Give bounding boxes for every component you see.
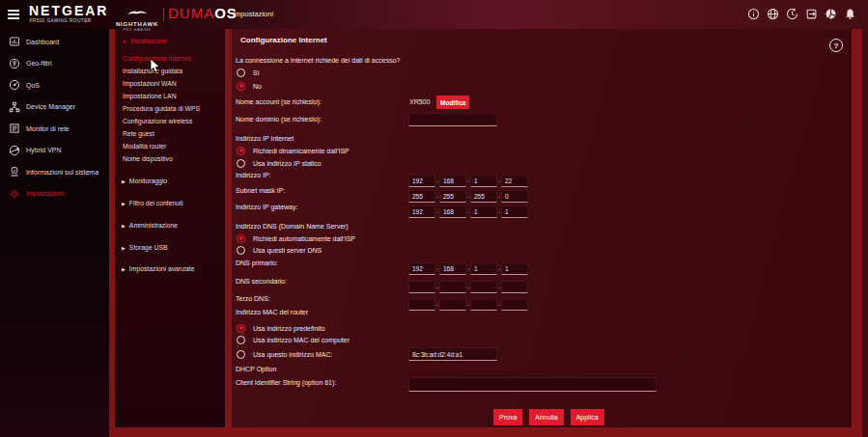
test-button[interactable]: Prova — [493, 409, 522, 425]
mac-address-input[interactable] — [408, 347, 497, 361]
sidebar-item-label: Impostazioni — [26, 190, 64, 197]
apply-button[interactable]: Applica — [571, 409, 604, 425]
chevron-right-icon: ▶ — [122, 223, 126, 229]
submenu-section-impostazioni-avanzate[interactable]: ▶Impostazioni avanzate — [122, 265, 195, 272]
logout-icon[interactable] — [805, 8, 818, 20]
radio-option-si[interactable]: Sì — [237, 68, 260, 77]
sidebar-item-qos[interactable]: QoS — [0, 74, 109, 96]
octet-input[interactable] — [470, 298, 497, 311]
submenu-item-impostazione-lan[interactable]: Impostazione LAN — [123, 93, 177, 99]
settings-icon — [9, 188, 20, 200]
history-icon[interactable] — [786, 8, 798, 20]
sidebar-item-device-manager[interactable]: Device Manager — [0, 96, 109, 119]
mac-section-title: Indirizzo MAC del router — [236, 309, 308, 315]
octet-input[interactable] — [501, 262, 528, 275]
octet-input[interactable] — [501, 281, 528, 293]
globe-icon[interactable] — [767, 8, 779, 20]
app-sidebar: Dashboard Geo-filtri QoS — [0, 29, 109, 437]
radio-label: Sì — [253, 69, 260, 76]
account-name-value: XR500 — [409, 98, 430, 105]
theme-icon[interactable] — [825, 8, 837, 20]
submenu-section-filtro-dei-contenuti[interactable]: ▶Filtro dei contenuti — [122, 200, 182, 206]
octet-input[interactable] — [408, 281, 435, 293]
radio-button[interactable] — [237, 336, 245, 344]
info-icon[interactable] — [747, 8, 760, 20]
submenu-section-amministrazione[interactable]: ▶Amministrazione — [122, 222, 178, 229]
netgear-wordmark: NETGEAR — [29, 4, 108, 17]
help-icon[interactable]: ? — [829, 39, 843, 52]
octet-input[interactable] — [470, 281, 497, 293]
radio-option-dns-manual[interactable]: Usa questi server DNS — [237, 245, 322, 255]
subnet-mask-octets — [408, 185, 528, 198]
dns-third-label: Terzo DNS: — [236, 295, 270, 302]
settings-submenu: ▼Installazione Configurazione Internet I… — [115, 29, 225, 427]
menu-icon[interactable] — [8, 10, 19, 19]
sidebar-item-informazioni-sul-sistema[interactable]: Informazioni sul sistema — [0, 161, 109, 183]
octet-input[interactable] — [470, 205, 497, 218]
submenu-item-nome-dispositivo[interactable]: Nome dispositivo — [123, 155, 173, 162]
radio-button[interactable] — [237, 246, 245, 255]
router-admin-page: NETGEAR XR500 GAMING ROUTER NIGHTHAWK PR… — [0, 0, 868, 437]
geo-filter-icon — [9, 58, 20, 69]
submenu-item-installazione-guidata[interactable]: Installazione guidata — [123, 68, 182, 74]
radio-button[interactable] — [237, 324, 245, 333]
radio-option-mac-computer[interactable]: Usa indirizzo MAC del computer — [237, 335, 350, 344]
octet-input[interactable] — [408, 205, 435, 218]
radio-button[interactable] — [237, 82, 245, 91]
radio-button[interactable] — [237, 159, 245, 168]
submenu-item-rete-guest[interactable]: Rete guest — [123, 130, 154, 137]
radio-button[interactable] — [237, 68, 245, 77]
page-title: Impostazioni — [233, 10, 273, 18]
octet-input[interactable] — [439, 281, 466, 293]
radio-option-ip-static[interactable]: Usa indirizzo IP statico — [237, 158, 322, 168]
octet-input[interactable] — [501, 298, 528, 311]
chevron-right-icon: ▶ — [122, 266, 126, 272]
submenu-section-storage-usb[interactable]: ▶Storage USB — [122, 244, 168, 251]
sidebar-item-impostazioni[interactable]: Impostazioni — [0, 183, 109, 205]
client-identifier-input[interactable] — [408, 377, 657, 392]
radio-option-mac-default[interactable]: Usa indirizzo predefinito — [237, 323, 325, 333]
submenu-item-wps[interactable]: Procedura guidata di WPS — [123, 105, 200, 112]
dhcp-option-title: DHCP Option — [236, 366, 276, 372]
system-info-icon — [9, 166, 20, 178]
radio-option-ip-dynamic[interactable]: Richiedi dinamicamente dall'ISP — [237, 146, 350, 155]
subnet-mask-label: Subnet mask IP: — [236, 187, 285, 194]
chevron-right-icon: ▶ — [122, 178, 126, 184]
octet-input[interactable] — [439, 298, 466, 311]
octet-input[interactable] — [408, 298, 435, 311]
octet-input[interactable] — [439, 262, 466, 275]
domain-name-input[interactable] — [408, 113, 497, 126]
dashboard-icon — [9, 36, 20, 47]
submenu-item-modalita-router[interactable]: Modalità router — [123, 143, 166, 150]
radio-button[interactable] — [237, 350, 245, 359]
octet-input[interactable] — [470, 262, 497, 275]
submenu-section-monitoraggio[interactable]: ▶Monitoraggio — [122, 178, 167, 184]
submenu-item-configurazione-wireless[interactable]: Configurazione wireless — [123, 118, 192, 124]
submenu-item-impostazioni-wan[interactable]: Impostazioni WAN — [123, 80, 177, 87]
topbar-divider — [163, 8, 164, 21]
notifications-icon[interactable] — [844, 8, 856, 20]
topbar-actions — [747, 8, 856, 20]
dns-section-title: Indirizzo DNS (Domain Name Server) — [236, 223, 349, 230]
sidebar-item-geo-filtri[interactable]: Geo-filtri — [0, 53, 109, 75]
radio-button[interactable] — [237, 234, 245, 243]
sidebar-item-label: Hybrid VPN — [26, 147, 62, 153]
radio-button[interactable] — [237, 147, 245, 155]
sidebar-item-monitor-di-rete[interactable]: Monitor di rete — [0, 118, 109, 140]
cancel-button[interactable]: Annulla — [529, 409, 563, 425]
submenu-item-configurazione-internet[interactable]: Configurazione Internet — [123, 55, 191, 62]
radio-label: Usa indirizzo IP statico — [253, 160, 322, 167]
radio-option-dns-auto[interactable]: Richiedi automaticamente dall'ISP — [237, 233, 355, 243]
modify-button[interactable]: Modifica — [436, 96, 469, 109]
topbar: NETGEAR XR500 GAMING ROUTER NIGHTHAWK PR… — [0, 0, 868, 29]
octet-input[interactable] — [501, 205, 528, 218]
submenu-section-installazione[interactable]: ▼Installazione — [122, 38, 167, 44]
sidebar-item-label: QoS — [26, 82, 40, 89]
radio-option-no[interactable]: No — [237, 81, 262, 91]
dns-primary-label: DNS primario: — [236, 259, 278, 266]
sidebar-item-hybrid-vpn[interactable]: Hybrid VPN — [0, 140, 109, 162]
sidebar-item-dashboard[interactable]: Dashboard — [0, 31, 109, 53]
octet-input[interactable] — [439, 205, 466, 218]
radio-option-mac-custom[interactable]: Usa questo indirizzo MAC: — [237, 349, 332, 359]
octet-input[interactable] — [408, 262, 435, 275]
